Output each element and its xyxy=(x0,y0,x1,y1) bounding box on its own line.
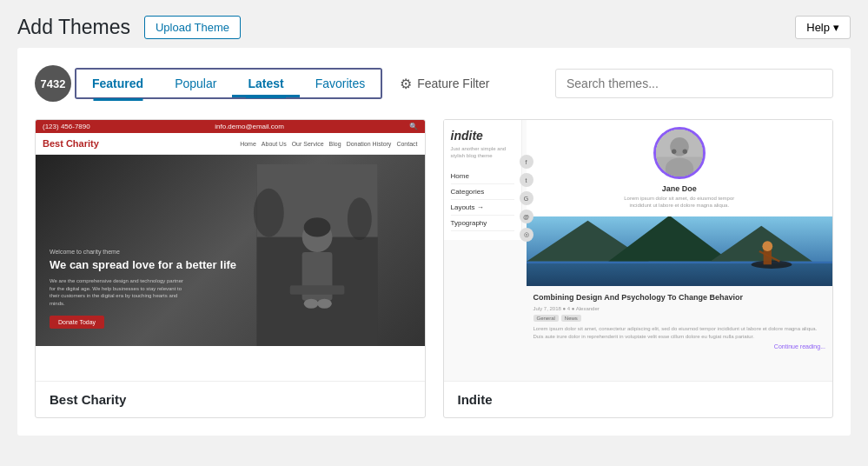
tab-featured[interactable]: Featured xyxy=(76,70,159,97)
indite-nav-home: Home xyxy=(451,169,514,184)
avatar-svg xyxy=(656,127,703,179)
indite-blog-meta: July 7, 2018 ● 4 ● Alexander xyxy=(533,306,826,311)
indite-blog-text: Lorem ipsum dolor sit amet, consectetur … xyxy=(533,325,826,340)
theme-preview-charity: (123) 456-7890 info.demo@email.com 🔍 Bes… xyxy=(36,120,425,381)
indite-tag-news: News xyxy=(561,315,581,322)
charity-logo: Best Charity xyxy=(43,138,99,149)
indite-tag-general: General xyxy=(533,315,559,322)
search-themes-input[interactable] xyxy=(555,69,833,98)
social-facebook-icon: f xyxy=(520,155,533,169)
theme-card-best-charity[interactable]: (123) 456-7890 info.demo@email.com 🔍 Bes… xyxy=(35,119,426,418)
charity-topbar: (123) 456-7890 info.demo@email.com 🔍 xyxy=(36,120,425,133)
charity-preview: (123) 456-7890 info.demo@email.com 🔍 Bes… xyxy=(36,120,425,381)
nav-donation: Donation History xyxy=(347,141,392,147)
indite-logo: indite xyxy=(451,129,514,143)
svg-point-2 xyxy=(254,189,284,237)
charity-hero: Welcome to charity theme We can spread l… xyxy=(36,155,425,346)
indite-preview-inner: indite Just another simple and stylish b… xyxy=(444,120,833,381)
social-twitter-icon: t xyxy=(520,173,533,187)
indite-nav-categories: Categories xyxy=(451,184,514,200)
indite-social-icons: f t G @ ◎ xyxy=(520,155,533,242)
indite-avatar-inner xyxy=(656,130,703,176)
svg-rect-6 xyxy=(290,285,345,294)
header-left: Add Themes Upload Theme xyxy=(17,16,241,39)
feature-filter-button[interactable]: ⚙ Feature Filter xyxy=(396,69,493,99)
search-icon: 🔍 xyxy=(409,123,418,130)
indite-theme-footer: Indite xyxy=(444,381,833,417)
svg-point-14 xyxy=(672,150,676,154)
nav-about: About Us xyxy=(262,141,287,147)
svg-rect-13 xyxy=(656,157,703,177)
upload-theme-button[interactable]: Upload Theme xyxy=(144,16,241,39)
page-title: Add Themes xyxy=(17,16,130,39)
help-button[interactable]: Help ▾ xyxy=(795,16,851,39)
help-label: Help xyxy=(806,21,830,34)
charity-phone: (123) 456-7890 xyxy=(43,123,90,130)
indite-avatar xyxy=(653,127,706,179)
charity-hero-text: We are the comprehensive design and tech… xyxy=(50,277,189,307)
indite-theme-name: Indite xyxy=(458,392,493,407)
charity-person-svg xyxy=(210,164,424,346)
indite-person-name: Jane Doe xyxy=(662,184,697,193)
charity-hero-subtitle: Welcome to charity theme xyxy=(50,249,236,255)
indite-sidebar-wrapper: indite Just another simple and stylish b… xyxy=(444,120,527,381)
indite-blog-section: Combining Design And Psychology To Chang… xyxy=(527,216,833,381)
blog-image-svg xyxy=(527,216,833,286)
nav-home: Home xyxy=(240,141,256,147)
indite-sidebar: indite Just another simple and stylish b… xyxy=(444,120,522,240)
charity-theme-footer: Best Charity xyxy=(36,381,425,417)
social-github-icon: ◎ xyxy=(520,228,533,242)
nav-contact: Contact xyxy=(396,141,417,147)
social-instagram-icon: @ xyxy=(520,210,533,223)
tab-latest[interactable]: Latest xyxy=(232,70,299,97)
theme-card-indite[interactable]: indite Just another simple and stylish b… xyxy=(443,119,834,418)
social-google-icon: G xyxy=(520,191,533,205)
indite-blog-image-bg xyxy=(527,216,833,286)
charity-hero-overlay: Welcome to charity theme We can spread l… xyxy=(50,249,236,329)
feature-filter-label: Feature Filter xyxy=(417,77,489,90)
indite-read-more: Continue reading... xyxy=(533,343,826,350)
charity-email: info.demo@email.com xyxy=(215,123,284,130)
charity-hero-title: We can spread love for a better life xyxy=(50,258,236,273)
indite-tagline: Just another simple and stylish blog the… xyxy=(451,146,514,160)
theme-preview-indite: indite Just another simple and stylish b… xyxy=(444,120,833,381)
tab-favorites[interactable]: Favorites xyxy=(300,70,381,97)
gear-icon: ⚙ xyxy=(400,76,412,92)
svg-point-9 xyxy=(304,217,331,236)
themes-grid: (123) 456-7890 info.demo@email.com 🔍 Bes… xyxy=(35,119,833,418)
nav-service: Our Service xyxy=(292,141,324,147)
indite-blog-image xyxy=(527,216,833,286)
indite-nav-layouts: Layouts → xyxy=(451,200,514,216)
tab-group: Featured Popular Latest Favorites xyxy=(75,68,382,99)
page-wrapper: Add Themes Upload Theme Help ▾ 7432 Feat… xyxy=(0,0,868,466)
indite-blog-title: Combining Design And Psychology To Chang… xyxy=(533,293,826,303)
filter-bar: 7432 Featured Popular Latest Favorites ⚙… xyxy=(35,65,833,102)
svg-point-15 xyxy=(682,150,686,154)
charity-theme-name: Best Charity xyxy=(50,392,126,407)
charity-nav-links: Home About Us Our Service Blog Donation … xyxy=(240,141,417,147)
indite-person-bio: Lorem ipsum dolor sit amet, do eiusmod t… xyxy=(619,196,740,210)
indite-blog-content: Combining Design And Psychology To Chang… xyxy=(527,286,833,356)
charity-nav: Best Charity Home About Us Our Service B… xyxy=(36,133,425,155)
indite-profile-section: Jane Doe Lorem ipsum dolor sit amet, do … xyxy=(527,120,833,216)
svg-point-8 xyxy=(317,299,332,309)
main-content: 7432 Featured Popular Latest Favorites ⚙… xyxy=(17,48,851,436)
indite-nav-typography: Typography xyxy=(451,216,514,231)
tab-popular[interactable]: Popular xyxy=(159,70,232,97)
indite-right-panel: Jane Doe Lorem ipsum dolor sit amet, do … xyxy=(527,120,833,381)
chevron-down-icon: ▾ xyxy=(833,21,839,34)
svg-point-7 xyxy=(304,299,319,309)
header-area: Add Themes Upload Theme Help ▾ xyxy=(0,0,868,48)
charity-cta-btn: Donate Today xyxy=(50,316,104,329)
indite-blog-tags: General News xyxy=(533,315,826,322)
svg-point-24 xyxy=(762,241,772,251)
svg-point-3 xyxy=(348,197,372,240)
nav-blog: Blog xyxy=(329,141,341,147)
theme-count-badge: 7432 xyxy=(35,65,71,102)
